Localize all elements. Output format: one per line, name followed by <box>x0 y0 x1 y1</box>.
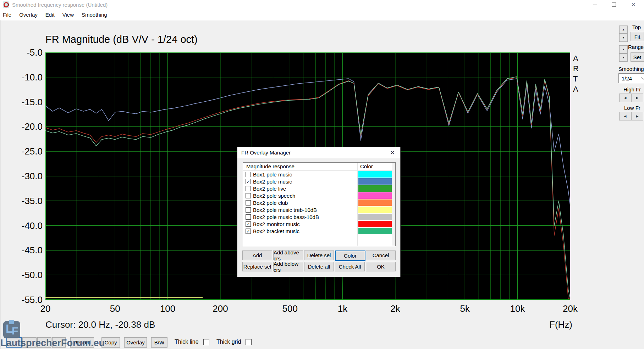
overlay-row-label: Box2 pole club <box>253 200 288 206</box>
overlay-row-3[interactable]: Box2 pole live <box>243 185 395 192</box>
color-swatch[interactable] <box>358 178 392 185</box>
color-button[interactable]: Color <box>335 251 365 261</box>
smoothing-value: 1/24 <box>622 75 632 81</box>
checkbox-unchecked[interactable] <box>246 172 251 177</box>
top-spin-down-icon[interactable]: ▼ <box>619 34 628 42</box>
overlay-row-8[interactable]: ✓Box2 monitor music <box>243 220 395 227</box>
column-header-magnitude: Magnitude response <box>246 163 295 169</box>
maximize-icon <box>612 2 616 7</box>
maximize-button[interactable] <box>606 0 622 9</box>
checkbox-checked[interactable]: ✓ <box>246 179 251 184</box>
smoothing-label: Smoothing <box>618 66 644 72</box>
high-fr-right-icon[interactable]: ▶ <box>631 94 643 102</box>
dialog-title: FR Overlay Manager <box>241 150 291 156</box>
thick-grid-checkbox[interactable] <box>246 339 252 345</box>
low-fr-buttons: ◀ ▶ <box>619 112 643 120</box>
title-bar: Smoothed frequency response (Untitled) × <box>0 0 644 9</box>
x-tick-label: 10k <box>510 303 525 314</box>
menu-item-smoothing[interactable]: Smoothing <box>82 12 107 18</box>
close-button[interactable]: × <box>625 0 642 9</box>
delete-all-button[interactable]: Delete all <box>304 262 334 271</box>
add-below-crs-button[interactable]: Add below crs <box>273 262 303 271</box>
y-tick-label: -20.0 <box>3 121 43 132</box>
set-button[interactable]: Set <box>631 52 644 62</box>
list-rows: Box1 pole music✓Box2 pole musicBox2 pole… <box>243 171 395 235</box>
range-spin-down-icon[interactable]: ▼ <box>619 54 628 62</box>
overlay-row-6[interactable]: Box2 pole music treb-10dB <box>243 206 395 213</box>
high-fr-left-icon[interactable]: ◀ <box>619 94 631 102</box>
top-spin-up-icon[interactable]: ▲ <box>619 26 628 34</box>
x-tick-label: 200 <box>213 303 228 314</box>
ok-button[interactable]: OK <box>366 262 396 271</box>
chevron-down-icon <box>642 75 644 79</box>
checkbox-checked[interactable]: ✓ <box>246 229 251 234</box>
color-swatch[interactable] <box>358 192 392 199</box>
cursor-readout: Cursor: 20.0 Hz, -20.38 dB <box>45 319 155 330</box>
fit-button[interactable]: Fit <box>631 32 644 41</box>
minimize-icon <box>593 5 597 5</box>
color-swatch[interactable] <box>358 221 392 227</box>
y-tick-label: -25.0 <box>3 146 43 157</box>
menu-item-view[interactable]: View <box>62 12 74 18</box>
color-swatch[interactable] <box>358 171 392 178</box>
range-label: Range <box>628 44 644 50</box>
checkbox-unchecked[interactable] <box>246 193 251 198</box>
checkbox-checked[interactable]: ✓ <box>246 221 251 227</box>
overlay-button[interactable]: Overlay <box>124 337 147 348</box>
overlay-row-2[interactable]: ✓Box2 pole music <box>243 178 395 185</box>
checkbox-unchecked[interactable] <box>246 214 251 220</box>
menu-bar: File Overlay Edit View Smoothing <box>0 9 644 20</box>
checkbox-unchecked[interactable] <box>246 200 251 206</box>
dialog-title-bar[interactable]: FR Overlay Manager × <box>237 147 400 158</box>
thick-grid-label: Thick grid <box>216 339 241 345</box>
arta-letter: A <box>573 53 578 63</box>
checkbox-unchecked[interactable] <box>246 186 251 191</box>
low-fr-left-icon[interactable]: ◀ <box>619 112 631 120</box>
checkbox-unchecked[interactable] <box>246 207 251 213</box>
list-scrollbar[interactable] <box>392 163 395 246</box>
range-spin-up-icon[interactable]: ▲ <box>619 45 628 54</box>
thick-line-checkbox[interactable] <box>203 339 209 345</box>
color-swatch[interactable] <box>358 228 392 234</box>
arta-app-icon <box>3 1 9 8</box>
dialog-close-button[interactable]: × <box>385 147 400 158</box>
y-tick-label: -35.0 <box>3 195 43 207</box>
window-title: Smoothed frequency response (Untitled) <box>12 2 108 8</box>
menu-item-file[interactable]: File <box>3 12 11 18</box>
app-window: Smoothed frequency response (Untitled) ×… <box>0 0 644 349</box>
delete-sel-button[interactable]: Delete sel <box>304 251 334 260</box>
y-tick-label: -15.0 <box>3 96 43 108</box>
y-tick-label: -30.0 <box>3 170 43 182</box>
replace-sel-button[interactable]: Replace sel <box>242 262 272 271</box>
x-tick-label: 500 <box>282 303 297 314</box>
x-tick-label: 2k <box>390 303 400 314</box>
overlay-row-1[interactable]: Box1 pole music <box>243 171 395 178</box>
close-icon: × <box>390 149 395 156</box>
overlay-row-4[interactable]: Box2 pole speech <box>243 192 395 199</box>
overlay-row-label: Box1 pole music <box>253 171 292 178</box>
smoothing-dropdown[interactable]: 1/24 <box>618 73 644 83</box>
add-above-crs-button[interactable]: Add above crs <box>273 251 303 260</box>
overlay-row-label: Box2 pole live <box>253 186 286 192</box>
low-fr-right-icon[interactable]: ▶ <box>631 112 643 120</box>
menu-item-overlay[interactable]: Overlay <box>19 12 38 18</box>
thick-line-label: Thick line <box>175 339 199 345</box>
list-header: Magnitude response Color <box>243 163 395 171</box>
add-button[interactable]: Add <box>242 251 272 260</box>
cancel-button[interactable]: Cancel <box>366 251 396 260</box>
menu-item-edit[interactable]: Edit <box>45 12 55 18</box>
lautsprecherforum-logo: L F <box>3 321 20 338</box>
overlay-row-9[interactable]: ✓Box2 bracket music <box>243 227 395 235</box>
overlay-row-label: Box2 bracket music <box>253 228 299 234</box>
overlay-row-7[interactable]: Box2 pole music bass-10dB <box>243 213 395 220</box>
arta-side-watermark: ARTA <box>573 53 579 94</box>
bw-button[interactable]: B/W <box>151 337 167 348</box>
overlay-row-5[interactable]: Box2 pole club <box>243 199 395 206</box>
color-swatch[interactable] <box>358 199 392 206</box>
color-swatch[interactable] <box>358 214 392 220</box>
color-swatch[interactable] <box>358 185 392 192</box>
y-tick-label: -5.0 <box>3 47 43 58</box>
color-swatch[interactable] <box>358 207 392 213</box>
check-all-button[interactable]: Check All <box>335 262 365 271</box>
minimize-button[interactable] <box>587 0 603 9</box>
